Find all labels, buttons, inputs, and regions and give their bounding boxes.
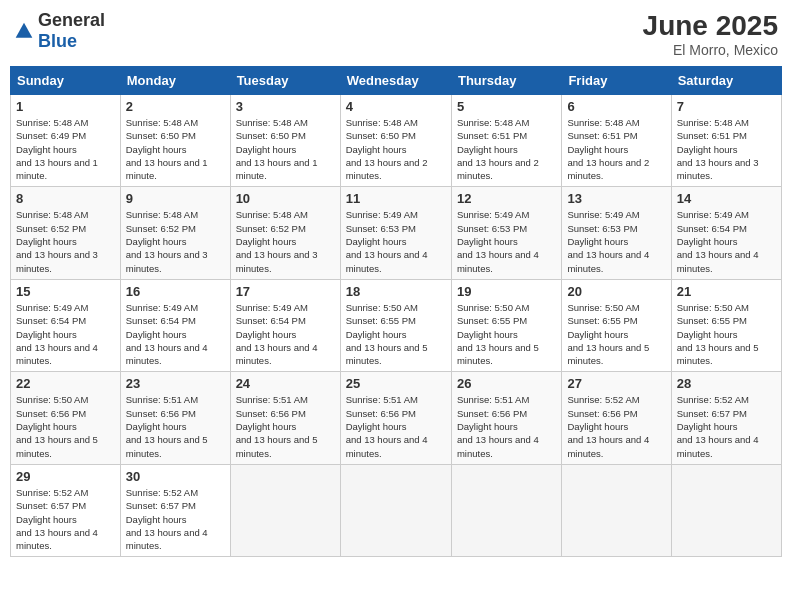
day-number: 3	[236, 99, 335, 114]
day-info: Sunrise: 5:48 AMSunset: 6:50 PMDaylight …	[346, 116, 446, 182]
logo-general: General	[38, 10, 105, 30]
page-header: General Blue June 2025 El Morro, Mexico	[10, 10, 782, 58]
table-row: 21Sunrise: 5:50 AMSunset: 6:55 PMDayligh…	[671, 279, 781, 371]
calendar-week-row: 22Sunrise: 5:50 AMSunset: 6:56 PMDayligh…	[11, 372, 782, 464]
table-row: 11Sunrise: 5:49 AMSunset: 6:53 PMDayligh…	[340, 187, 451, 279]
day-info: Sunrise: 5:52 AMSunset: 6:56 PMDaylight …	[567, 393, 665, 459]
day-number: 23	[126, 376, 225, 391]
day-info: Sunrise: 5:48 AMSunset: 6:49 PMDaylight …	[16, 116, 115, 182]
day-number: 17	[236, 284, 335, 299]
table-row: 17Sunrise: 5:49 AMSunset: 6:54 PMDayligh…	[230, 279, 340, 371]
day-info: Sunrise: 5:48 AMSunset: 6:51 PMDaylight …	[567, 116, 665, 182]
location-title: El Morro, Mexico	[643, 42, 778, 58]
day-info: Sunrise: 5:48 AMSunset: 6:52 PMDaylight …	[126, 208, 225, 274]
title-area: June 2025 El Morro, Mexico	[643, 10, 778, 58]
day-number: 21	[677, 284, 776, 299]
table-row: 29Sunrise: 5:52 AMSunset: 6:57 PMDayligh…	[11, 464, 121, 556]
table-row: 7Sunrise: 5:48 AMSunset: 6:51 PMDaylight…	[671, 95, 781, 187]
calendar-week-row: 1Sunrise: 5:48 AMSunset: 6:49 PMDaylight…	[11, 95, 782, 187]
table-row: 13Sunrise: 5:49 AMSunset: 6:53 PMDayligh…	[562, 187, 671, 279]
day-info: Sunrise: 5:51 AMSunset: 6:56 PMDaylight …	[236, 393, 335, 459]
table-row: 18Sunrise: 5:50 AMSunset: 6:55 PMDayligh…	[340, 279, 451, 371]
day-info: Sunrise: 5:52 AMSunset: 6:57 PMDaylight …	[126, 486, 225, 552]
day-info: Sunrise: 5:50 AMSunset: 6:56 PMDaylight …	[16, 393, 115, 459]
table-row: 22Sunrise: 5:50 AMSunset: 6:56 PMDayligh…	[11, 372, 121, 464]
table-row: 23Sunrise: 5:51 AMSunset: 6:56 PMDayligh…	[120, 372, 230, 464]
day-info: Sunrise: 5:48 AMSunset: 6:51 PMDaylight …	[457, 116, 556, 182]
table-row: 9Sunrise: 5:48 AMSunset: 6:52 PMDaylight…	[120, 187, 230, 279]
table-row: 20Sunrise: 5:50 AMSunset: 6:55 PMDayligh…	[562, 279, 671, 371]
table-row: 10Sunrise: 5:48 AMSunset: 6:52 PMDayligh…	[230, 187, 340, 279]
table-row: 8Sunrise: 5:48 AMSunset: 6:52 PMDaylight…	[11, 187, 121, 279]
header-saturday: Saturday	[671, 67, 781, 95]
day-number: 12	[457, 191, 556, 206]
logo: General Blue	[14, 10, 105, 52]
day-number: 25	[346, 376, 446, 391]
table-row: 19Sunrise: 5:50 AMSunset: 6:55 PMDayligh…	[451, 279, 561, 371]
day-info: Sunrise: 5:49 AMSunset: 6:53 PMDaylight …	[457, 208, 556, 274]
table-row: 30Sunrise: 5:52 AMSunset: 6:57 PMDayligh…	[120, 464, 230, 556]
month-title: June 2025	[643, 10, 778, 42]
day-info: Sunrise: 5:48 AMSunset: 6:51 PMDaylight …	[677, 116, 776, 182]
table-row: 25Sunrise: 5:51 AMSunset: 6:56 PMDayligh…	[340, 372, 451, 464]
day-number: 16	[126, 284, 225, 299]
day-number: 15	[16, 284, 115, 299]
table-row: 12Sunrise: 5:49 AMSunset: 6:53 PMDayligh…	[451, 187, 561, 279]
logo-icon	[14, 21, 34, 41]
day-number: 19	[457, 284, 556, 299]
table-row: 26Sunrise: 5:51 AMSunset: 6:56 PMDayligh…	[451, 372, 561, 464]
day-number: 30	[126, 469, 225, 484]
day-number: 14	[677, 191, 776, 206]
day-info: Sunrise: 5:50 AMSunset: 6:55 PMDaylight …	[346, 301, 446, 367]
day-number: 20	[567, 284, 665, 299]
day-info: Sunrise: 5:49 AMSunset: 6:53 PMDaylight …	[567, 208, 665, 274]
day-info: Sunrise: 5:49 AMSunset: 6:54 PMDaylight …	[126, 301, 225, 367]
day-number: 28	[677, 376, 776, 391]
day-number: 5	[457, 99, 556, 114]
day-number: 27	[567, 376, 665, 391]
logo-blue: Blue	[38, 31, 77, 51]
table-row: 15Sunrise: 5:49 AMSunset: 6:54 PMDayligh…	[11, 279, 121, 371]
table-row: 16Sunrise: 5:49 AMSunset: 6:54 PMDayligh…	[120, 279, 230, 371]
day-info: Sunrise: 5:51 AMSunset: 6:56 PMDaylight …	[346, 393, 446, 459]
calendar-week-row: 29Sunrise: 5:52 AMSunset: 6:57 PMDayligh…	[11, 464, 782, 556]
table-row: 3Sunrise: 5:48 AMSunset: 6:50 PMDaylight…	[230, 95, 340, 187]
day-info: Sunrise: 5:49 AMSunset: 6:54 PMDaylight …	[236, 301, 335, 367]
table-row	[230, 464, 340, 556]
calendar-week-row: 8Sunrise: 5:48 AMSunset: 6:52 PMDaylight…	[11, 187, 782, 279]
day-info: Sunrise: 5:48 AMSunset: 6:50 PMDaylight …	[126, 116, 225, 182]
day-info: Sunrise: 5:52 AMSunset: 6:57 PMDaylight …	[677, 393, 776, 459]
day-info: Sunrise: 5:48 AMSunset: 6:52 PMDaylight …	[16, 208, 115, 274]
header-monday: Monday	[120, 67, 230, 95]
day-info: Sunrise: 5:50 AMSunset: 6:55 PMDaylight …	[567, 301, 665, 367]
day-info: Sunrise: 5:49 AMSunset: 6:54 PMDaylight …	[16, 301, 115, 367]
day-info: Sunrise: 5:48 AMSunset: 6:50 PMDaylight …	[236, 116, 335, 182]
day-info: Sunrise: 5:48 AMSunset: 6:52 PMDaylight …	[236, 208, 335, 274]
table-row	[671, 464, 781, 556]
table-row: 27Sunrise: 5:52 AMSunset: 6:56 PMDayligh…	[562, 372, 671, 464]
day-number: 13	[567, 191, 665, 206]
day-number: 29	[16, 469, 115, 484]
table-row: 2Sunrise: 5:48 AMSunset: 6:50 PMDaylight…	[120, 95, 230, 187]
weekday-header-row: Sunday Monday Tuesday Wednesday Thursday…	[11, 67, 782, 95]
day-info: Sunrise: 5:52 AMSunset: 6:57 PMDaylight …	[16, 486, 115, 552]
header-tuesday: Tuesday	[230, 67, 340, 95]
day-info: Sunrise: 5:49 AMSunset: 6:54 PMDaylight …	[677, 208, 776, 274]
table-row: 4Sunrise: 5:48 AMSunset: 6:50 PMDaylight…	[340, 95, 451, 187]
day-info: Sunrise: 5:51 AMSunset: 6:56 PMDaylight …	[126, 393, 225, 459]
table-row: 14Sunrise: 5:49 AMSunset: 6:54 PMDayligh…	[671, 187, 781, 279]
day-number: 2	[126, 99, 225, 114]
day-number: 10	[236, 191, 335, 206]
table-row: 1Sunrise: 5:48 AMSunset: 6:49 PMDaylight…	[11, 95, 121, 187]
day-info: Sunrise: 5:49 AMSunset: 6:53 PMDaylight …	[346, 208, 446, 274]
day-number: 1	[16, 99, 115, 114]
table-row	[562, 464, 671, 556]
day-number: 18	[346, 284, 446, 299]
day-info: Sunrise: 5:50 AMSunset: 6:55 PMDaylight …	[457, 301, 556, 367]
table-row: 28Sunrise: 5:52 AMSunset: 6:57 PMDayligh…	[671, 372, 781, 464]
day-number: 11	[346, 191, 446, 206]
header-thursday: Thursday	[451, 67, 561, 95]
table-row: 5Sunrise: 5:48 AMSunset: 6:51 PMDaylight…	[451, 95, 561, 187]
day-number: 24	[236, 376, 335, 391]
day-number: 22	[16, 376, 115, 391]
